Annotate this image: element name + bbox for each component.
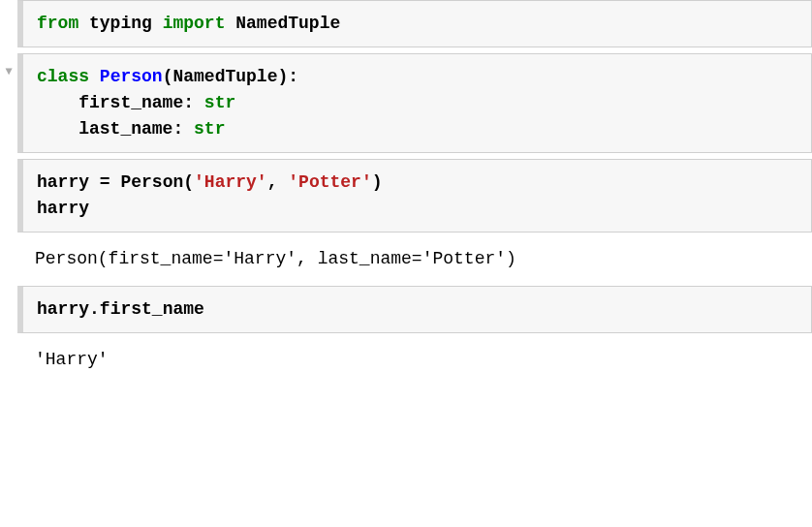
- code-token: 'Potter': [288, 172, 371, 192]
- input-cell-row: harry = Person('Harry', 'Potter') harry: [0, 159, 812, 232]
- code-token: str: [204, 93, 235, 112]
- cell-gutter: [0, 238, 17, 280]
- code-input-cell[interactable]: from typing import NamedTuple: [17, 0, 812, 47]
- code-token: NamedTuple: [225, 14, 340, 33]
- code-content: harry.first_name: [37, 296, 797, 323]
- output-content: Person(first_name='Harry', last_name='Po…: [35, 246, 795, 272]
- code-token: 'Harry': [194, 172, 267, 192]
- code-token: =: [100, 172, 110, 192]
- code-token: (NamedTuple):: [163, 67, 298, 86]
- code-token: import: [163, 14, 226, 33]
- output-cell-row: Person(first_name='Harry', last_name='Po…: [0, 238, 812, 280]
- output-cell: 'Harry': [17, 339, 812, 381]
- code-token: .: [89, 299, 100, 319]
- code-token: from: [37, 14, 78, 33]
- code-token: [89, 67, 100, 86]
- code-token: harry: [37, 172, 100, 192]
- code-input-cell[interactable]: class Person(NamedTuple): first_name: st…: [17, 53, 812, 153]
- code-token: Person(: [110, 172, 194, 192]
- input-cell-row: harry.first_name: [0, 286, 812, 333]
- code-token: class: [37, 67, 89, 86]
- input-cell-row: from typing import NamedTuple: [0, 0, 812, 47]
- input-cell-row: ▼class Person(NamedTuple): first_name: s…: [0, 53, 812, 153]
- code-token: first_name: [100, 299, 204, 319]
- output-content: 'Harry': [35, 347, 795, 373]
- code-input-cell[interactable]: harry = Person('Harry', 'Potter') harry: [17, 159, 812, 232]
- output-cell-row: 'Harry': [0, 339, 812, 381]
- code-token: str: [194, 119, 225, 139]
- code-content: harry = Person('Harry', 'Potter') harry: [37, 170, 797, 222]
- cell-gutter: [0, 0, 17, 47]
- cell-gutter: [0, 339, 17, 381]
- cell-gutter: [0, 286, 17, 333]
- output-cell: Person(first_name='Harry', last_name='Po…: [17, 238, 812, 280]
- code-content: from typing import NamedTuple: [37, 11, 797, 37]
- code-token: Person: [100, 67, 163, 86]
- code-token: last_name:: [37, 119, 194, 139]
- code-token: ,: [267, 172, 289, 192]
- collapse-arrow-icon[interactable]: ▼: [5, 65, 12, 78]
- code-content: class Person(NamedTuple): first_name: st…: [37, 64, 797, 142]
- code-input-cell[interactable]: harry.first_name: [17, 286, 812, 333]
- cell-gutter: ▼: [0, 53, 17, 153]
- code-token: first_name:: [37, 93, 204, 112]
- code-token: typing: [78, 14, 162, 33]
- code-token: harry: [37, 299, 89, 319]
- cell-gutter: [0, 159, 17, 232]
